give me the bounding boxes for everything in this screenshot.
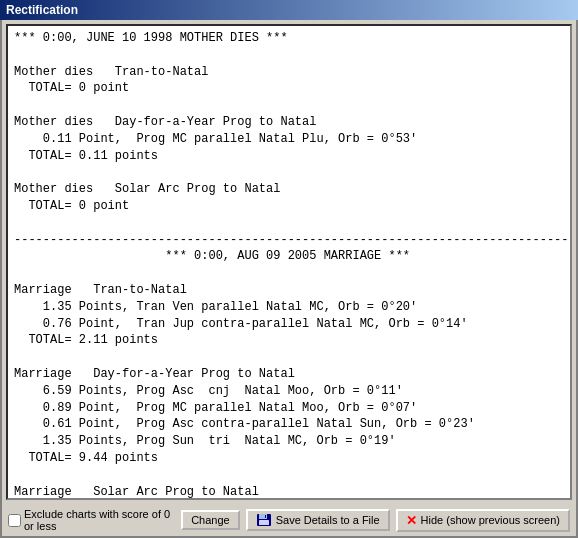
window-title: Rectification bbox=[6, 3, 78, 17]
change-button[interactable]: Change bbox=[181, 510, 240, 530]
bottom-bar: Exclude charts with score of 0 or less C… bbox=[2, 504, 576, 536]
change-button-label: Change bbox=[191, 514, 230, 526]
exclude-label: Exclude charts with score of 0 or less bbox=[24, 508, 175, 532]
svg-rect-3 bbox=[265, 515, 266, 518]
exclude-checkbox-group: Exclude charts with score of 0 or less bbox=[8, 508, 175, 532]
x-icon: ✕ bbox=[406, 513, 417, 528]
save-button[interactable]: Save Details to a File bbox=[246, 509, 390, 531]
save-icon bbox=[256, 513, 272, 527]
svg-rect-2 bbox=[259, 520, 269, 525]
text-area-wrapper: *** 0:00, JUNE 10 1998 MOTHER DIES *** M… bbox=[6, 24, 572, 500]
title-bar: Rectification bbox=[0, 0, 578, 20]
floppy-svg bbox=[256, 513, 272, 527]
text-content[interactable]: *** 0:00, JUNE 10 1998 MOTHER DIES *** M… bbox=[8, 26, 570, 498]
main-content: *** 0:00, JUNE 10 1998 MOTHER DIES *** M… bbox=[0, 20, 578, 538]
hide-button[interactable]: ✕ Hide (show previous screen) bbox=[396, 509, 570, 532]
hide-button-label: Hide (show previous screen) bbox=[421, 514, 560, 526]
save-button-label: Save Details to a File bbox=[276, 514, 380, 526]
exclude-checkbox[interactable] bbox=[8, 514, 21, 527]
